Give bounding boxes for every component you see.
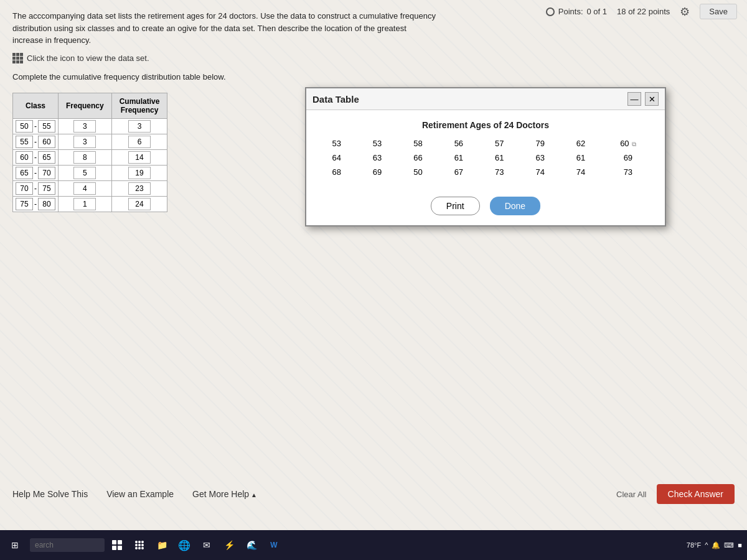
frequency-cell xyxy=(59,149,112,165)
class-high-input[interactable] xyxy=(38,167,55,179)
retirement-cell: 74 xyxy=(520,165,560,179)
frequency-input[interactable] xyxy=(73,151,96,164)
print-button[interactable]: Print xyxy=(431,197,480,215)
help-me-solve-button[interactable]: Help Me Solve This xyxy=(12,489,88,499)
cumulative-cell xyxy=(111,149,167,165)
modal-body: Retirement Ages of 24 Doctors 5353585657… xyxy=(306,110,665,189)
modal-title: Data Table xyxy=(312,94,359,105)
class-low-input[interactable] xyxy=(16,136,33,148)
retirement-cell: 63 xyxy=(520,151,560,165)
browser-icon[interactable]: 🌐 xyxy=(174,535,194,555)
retirement-row: 6869506773747473 xyxy=(316,165,655,179)
complete-instruction: Complete the cumulative frequency distri… xyxy=(12,72,735,82)
modal-table-title: Retirement Ages of 24 Doctors xyxy=(316,120,655,130)
cumulative-input[interactable] xyxy=(128,120,151,133)
class-cell: - xyxy=(13,118,59,134)
class-high-input[interactable] xyxy=(38,151,55,164)
cumulative-cell xyxy=(111,196,167,212)
class-high-input[interactable] xyxy=(38,120,55,133)
class-high-input[interactable] xyxy=(38,136,55,148)
class-low-input[interactable] xyxy=(16,182,33,195)
dash-separator: - xyxy=(34,153,37,162)
frequency-input[interactable] xyxy=(73,120,96,133)
apps-icon[interactable] xyxy=(129,535,149,555)
lightning-icon[interactable]: ⚡ xyxy=(219,535,239,555)
cumulative-input[interactable] xyxy=(128,151,151,164)
frequency-input[interactable] xyxy=(73,167,96,179)
cumulative-cell xyxy=(111,134,167,149)
cumulative-input[interactable] xyxy=(128,136,151,148)
save-button[interactable]: Save xyxy=(700,4,737,19)
right-actions: Clear All Check Answer xyxy=(616,484,735,504)
taskbar-ime-icon[interactable]: ⌨ xyxy=(724,541,734,549)
modal-close-button[interactable]: ✕ xyxy=(645,92,659,106)
class-cell: - xyxy=(13,149,59,165)
windows-start-icon[interactable]: ⊞ xyxy=(5,535,25,555)
retirement-cell: 67 xyxy=(438,165,479,179)
class-high-input[interactable] xyxy=(38,198,55,210)
cumulative-cell xyxy=(111,165,167,180)
get-more-help-button[interactable]: Get More Help xyxy=(192,489,257,499)
frequency-cell xyxy=(59,165,112,180)
frequency-input[interactable] xyxy=(73,182,96,195)
class-low-input[interactable] xyxy=(16,151,33,164)
class-high-input[interactable] xyxy=(38,182,55,195)
retirement-cell: 69 xyxy=(601,151,655,165)
class-cell: - xyxy=(13,134,59,149)
frequency-input[interactable] xyxy=(73,198,96,210)
retirement-cell: 53 xyxy=(357,136,397,151)
svg-point-5 xyxy=(138,541,141,543)
gear-button[interactable]: ⚙ xyxy=(680,5,690,19)
class-low-input[interactable] xyxy=(16,167,33,179)
taskbar-temperature: 78°F xyxy=(687,541,701,549)
modal-controls: — ✕ xyxy=(627,92,659,106)
retirement-cell: 61 xyxy=(438,151,479,165)
file-explorer-icon[interactable]: 📁 xyxy=(152,535,172,555)
taskbar-screen-icon[interactable]: ■ xyxy=(738,541,742,549)
class-low-input[interactable] xyxy=(16,120,33,133)
word-icon[interactable]: W xyxy=(264,535,284,555)
retirement-cell: 58 xyxy=(398,136,438,151)
svg-point-4 xyxy=(135,541,138,543)
done-button[interactable]: Done xyxy=(490,197,540,215)
taskbar: ⊞ 📁 🌐 xyxy=(0,530,747,560)
retirement-table: 5353585657796260⧉64636661616361696869506… xyxy=(316,136,655,179)
cumulative-input[interactable] xyxy=(128,198,151,210)
class-cell: - xyxy=(13,165,59,180)
class-low-input[interactable] xyxy=(16,198,33,210)
data-set-link-text[interactable]: Click the icon to view the data set. xyxy=(27,54,149,63)
dash-separator: - xyxy=(34,200,37,208)
points-label: Points: 0 of 1 xyxy=(546,7,607,16)
modal-minimize-button[interactable]: — xyxy=(627,92,641,106)
copy-icon[interactable]: ⧉ xyxy=(632,141,636,147)
svg-point-12 xyxy=(141,547,144,549)
dash-separator: - xyxy=(34,184,37,193)
taskbar-search-area xyxy=(30,538,105,552)
table-row: - xyxy=(13,165,167,180)
cumulative-input[interactable] xyxy=(128,182,151,195)
grid-icon[interactable] xyxy=(12,53,23,63)
points-text: Points: xyxy=(558,7,583,16)
view-example-button[interactable]: View an Example xyxy=(106,489,174,499)
retirement-cell: 57 xyxy=(479,136,520,151)
clear-all-button[interactable]: Clear All xyxy=(616,490,646,499)
data-modal: Data Table — ✕ Retirement Ages of 24 Doc… xyxy=(305,87,666,226)
mail-icon[interactable]: ✉ xyxy=(197,535,217,555)
check-answer-button[interactable]: Check Answer xyxy=(657,484,735,504)
taskbar-search-input[interactable] xyxy=(30,538,105,552)
col-header-frequency: Frequency xyxy=(59,93,112,118)
task-view-icon[interactable] xyxy=(107,535,127,555)
radio-circle-icon xyxy=(546,7,555,16)
edge-icon[interactable]: 🌊 xyxy=(242,535,261,555)
app-container: Points: 0 of 1 18 of 22 points ⚙ Save Th… xyxy=(0,0,747,560)
cumulative-input[interactable] xyxy=(128,167,151,179)
modal-footer: Print Done xyxy=(306,189,665,225)
frequency-input[interactable] xyxy=(73,136,96,148)
dash-separator: - xyxy=(34,169,37,177)
taskbar-notifications-icon[interactable]: 🔔 xyxy=(712,541,720,549)
main-content: The acccompanying data set lists the ret… xyxy=(0,0,747,510)
table-row: - xyxy=(13,180,167,196)
retirement-cell: 53 xyxy=(316,136,357,151)
retirement-cell: 73 xyxy=(601,165,655,179)
retirement-cell: 56 xyxy=(438,136,479,151)
